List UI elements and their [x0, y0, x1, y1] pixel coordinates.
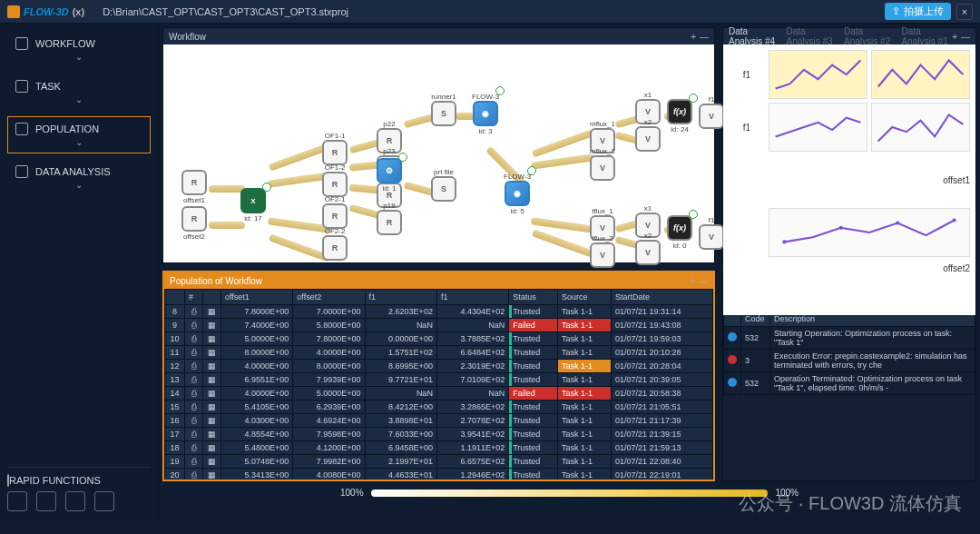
chevron-down-icon: ⌄ — [15, 137, 142, 147]
da-tab[interactable]: Data Analysis #1 — [902, 26, 949, 46]
logo-text: FLOW-3D — [24, 6, 69, 17]
da-tab[interactable]: Data Analysis #2 — [844, 26, 891, 46]
rapid-functions: RAPID FUNCTIONS — [7, 467, 151, 515]
progress-right: 100% — [775, 488, 799, 498]
logo-suffix: (x) — [73, 6, 84, 17]
table-row[interactable]: 9⎙▦7.4000E+005.8000E+00NaNNaNFailedTask … — [165, 319, 713, 332]
da-row-label: f1 — [729, 50, 765, 99]
rapid-label: RAPID FUNCTIONS — [9, 475, 101, 486]
da-chart[interactable] — [871, 50, 970, 99]
da-row-label: offset1 — [769, 155, 970, 204]
svg-point-3 — [953, 218, 956, 222]
table-row[interactable]: 11⎙▦8.0000E+004.0000E+001.5751E+026.6484… — [165, 346, 713, 360]
chevron-down-icon: ⌄ — [15, 52, 142, 62]
table-row[interactable]: 19⎙▦5.0748E+007.9982E+002.1997E+016.6575… — [165, 455, 713, 469]
message-row[interactable]: 532Operation Terminated: Optimization pr… — [724, 372, 975, 395]
message-row[interactable]: 3Execution Error: prepin.castexample2: s… — [724, 350, 975, 372]
population-table-wrap: #offset1offset2f1f1StatusSourceStartDate… — [164, 289, 713, 480]
logo-icon — [7, 5, 20, 18]
sidebar-item-task[interactable]: TASK ⌄ — [7, 74, 151, 111]
svg-point-0 — [782, 240, 786, 243]
share-label: 拍摄上传 — [904, 5, 944, 18]
panel-title: Population of Workflow — [170, 276, 262, 286]
panel-title: Data Analysis #4 — [729, 26, 776, 46]
table-row[interactable]: 12⎙▦4.0000E+008.0000E+008.6995E+002.3019… — [165, 360, 713, 373]
panel-minimize-button[interactable]: — — [699, 276, 708, 286]
sidebar: WORKFLOW ⌄ TASK ⌄ POPULATION ⌄ DATA ANAL… — [0, 24, 159, 519]
da-chart[interactable] — [769, 50, 867, 99]
sidebar-item-data-analysis[interactable]: DATA ANALYSIS ⌄ — [7, 159, 151, 196]
table-row[interactable]: 14⎙▦4.0000E+005.0000E+00NaNNaNFailedTask… — [165, 387, 713, 400]
sidebar-item-label: WORKFLOW — [35, 38, 95, 49]
share-icon: ⇪ — [892, 5, 900, 17]
topbar-close-button[interactable]: × — [956, 4, 973, 20]
message-table[interactable]: Code Description 532Starting Operation: … — [723, 311, 975, 395]
svg-point-2 — [896, 222, 899, 225]
da-chart[interactable] — [769, 103, 867, 152]
table-row[interactable]: 20⎙▦5.3413E+004.0080E+004.4633E+011.2946… — [165, 469, 713, 480]
da-tab[interactable]: Data Analysis #3 — [787, 26, 834, 46]
svg-point-1 — [839, 226, 843, 230]
da-chart[interactable] — [871, 103, 970, 152]
app-logo: FLOW-3D (x) — [7, 5, 84, 18]
da-body: f1 f1 offset1 offset2 — [723, 44, 975, 315]
workflow-panel: Workflow + — — [162, 27, 715, 263]
progress-bar: 100% 100% — [159, 485, 980, 500]
progress-track — [371, 490, 769, 497]
workflow-canvas[interactable]: Roffset1 Roffset2 Xid: 17 OF1-1R OF1-2R … — [163, 44, 714, 262]
panel-title: Workflow — [169, 32, 206, 42]
panel-minimize-button[interactable]: — — [961, 32, 970, 42]
table-row[interactable]: 18⎙▦5.4800E+004.1200E+006.9458E+001.1911… — [165, 441, 713, 455]
da-chart[interactable] — [769, 208, 970, 257]
sidebar-item-label: DATA ANALYSIS — [35, 166, 111, 177]
chevron-down-icon: ⌄ — [15, 180, 142, 190]
rapid-btn-4[interactable] — [94, 491, 114, 511]
table-row[interactable]: 13⎙▦6.9551E+007.9939E+009.7721E+017.0109… — [165, 373, 713, 387]
panel-minimize-button[interactable]: — — [700, 32, 709, 42]
rapid-btn-2[interactable] — [36, 491, 56, 511]
data-analysis-panel: Data Analysis #4 Data Analysis #3 Data A… — [722, 27, 976, 263]
population-table[interactable]: #offset1offset2f1f1StatusSourceStartDate… — [164, 289, 713, 480]
rapid-btn-1[interactable] — [7, 491, 27, 511]
table-row[interactable]: 17⎙▦4.8554E+007.9598E+007.6033E+003.9541… — [165, 428, 713, 441]
panel-add-button[interactable]: + — [690, 276, 695, 286]
share-button[interactable]: ⇪ 拍摄上传 — [885, 3, 951, 20]
table-row[interactable]: 15⎙▦5.4105E+006.2939E+008.4212E+003.2865… — [165, 400, 713, 414]
population-icon — [15, 123, 28, 135]
message-row[interactable]: 532Starting Operation: Optimization proc… — [724, 327, 975, 350]
population-panel: Population of Workflow + — #offset1offse… — [162, 271, 715, 481]
table-row[interactable]: 16⎙▦4.0300E+004.6924E+003.8898E+012.7078… — [165, 414, 713, 428]
topbar: FLOW-3D (x) D:\Brian\CAST_OPT\CAST_OPT3\… — [0, 0, 980, 24]
da-row-label: f1 — [729, 103, 765, 152]
workflow-icon — [15, 37, 28, 50]
table-row[interactable]: 8⎙▦7.8000E+007.0000E+002.6203E+024.4304E… — [165, 305, 713, 319]
da-row-label: offset2 — [769, 261, 970, 275]
sidebar-item-population[interactable]: POPULATION ⌄ — [7, 116, 151, 153]
sidebar-item-workflow[interactable]: WORKFLOW ⌄ — [7, 31, 151, 68]
sidebar-item-label: TASK — [35, 81, 61, 92]
table-row[interactable]: 10⎙▦5.0000E+007.8000E+000.0000E+003.7885… — [165, 332, 713, 346]
rapid-btn-3[interactable] — [65, 491, 85, 511]
chevron-down-icon: ⌄ — [15, 94, 142, 104]
progress-left: 100% — [340, 488, 364, 498]
panel-add-button[interactable]: + — [691, 32, 696, 42]
sidebar-item-label: POPULATION — [35, 124, 99, 134]
project-path: D:\Brian\CAST_OPT\CAST_OPT3\CAST_OPT3.st… — [103, 6, 348, 17]
analysis-icon — [15, 165, 28, 178]
task-icon — [15, 80, 28, 93]
panel-add-button[interactable]: + — [952, 32, 957, 42]
